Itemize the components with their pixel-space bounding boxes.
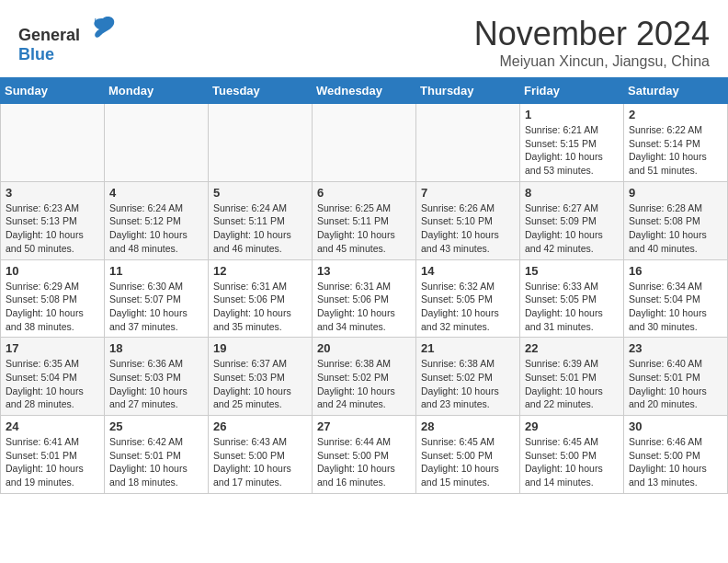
- day-number: 8: [525, 186, 619, 200]
- day-number: 9: [629, 186, 722, 200]
- weekday-header-friday: Friday: [520, 78, 624, 104]
- calendar-day-cell: 21Sunrise: 6:38 AMSunset: 5:02 PMDayligh…: [416, 338, 520, 416]
- calendar-day-cell: 10Sunrise: 6:29 AMSunset: 5:08 PMDayligh…: [1, 259, 105, 338]
- day-info: Sunrise: 6:21 AMSunset: 5:15 PMDaylight:…: [525, 123, 619, 178]
- day-info: Sunrise: 6:24 AMSunset: 5:12 PMDaylight:…: [109, 201, 203, 256]
- day-number: 26: [213, 419, 307, 433]
- calendar-day-cell: 9Sunrise: 6:28 AMSunset: 5:08 PMDaylight…: [624, 181, 728, 259]
- calendar-table: SundayMondayTuesdayWednesdayThursdayFrid…: [0, 77, 728, 494]
- day-number: 15: [525, 264, 619, 278]
- calendar-day-cell: 27Sunrise: 6:44 AMSunset: 5:00 PMDayligh…: [313, 416, 416, 494]
- calendar-day-cell: 15Sunrise: 6:33 AMSunset: 5:05 PMDayligh…: [520, 259, 624, 338]
- calendar-day-cell: 13Sunrise: 6:31 AMSunset: 5:06 PMDayligh…: [313, 259, 416, 338]
- calendar-day-cell: 5Sunrise: 6:24 AMSunset: 5:11 PMDaylight…: [209, 181, 313, 259]
- day-number: 5: [213, 186, 307, 200]
- day-number: 6: [317, 186, 411, 200]
- day-number: 7: [421, 186, 515, 200]
- day-number: 29: [525, 419, 619, 433]
- logo: General Blue: [18, 15, 118, 64]
- day-number: 23: [629, 341, 722, 355]
- day-number: 24: [6, 419, 99, 433]
- logo-bird-icon: [88, 15, 118, 40]
- calendar-day-cell: 26Sunrise: 6:43 AMSunset: 5:00 PMDayligh…: [209, 416, 313, 494]
- logo-general: General: [18, 26, 80, 44]
- calendar-day-cell: 2Sunrise: 6:22 AMSunset: 5:14 PMDaylight…: [624, 104, 728, 182]
- day-info: Sunrise: 6:34 AMSunset: 5:04 PMDaylight:…: [629, 280, 722, 334]
- weekday-header-sunday: Sunday: [1, 78, 105, 104]
- calendar-day-cell: 25Sunrise: 6:42 AMSunset: 5:01 PMDayligh…: [105, 416, 209, 494]
- calendar-day-cell: 17Sunrise: 6:35 AMSunset: 5:04 PMDayligh…: [1, 338, 105, 416]
- logo-text: General: [18, 15, 118, 45]
- calendar-day-cell: [209, 104, 313, 182]
- calendar-day-cell: [1, 104, 105, 182]
- day-number: 17: [6, 341, 99, 355]
- day-info: Sunrise: 6:38 AMSunset: 5:02 PMDaylight:…: [317, 357, 411, 411]
- day-number: 25: [109, 419, 203, 433]
- calendar-day-cell: 11Sunrise: 6:30 AMSunset: 5:07 PMDayligh…: [105, 259, 209, 338]
- day-info: Sunrise: 6:40 AMSunset: 5:01 PMDaylight:…: [629, 357, 722, 411]
- day-number: 12: [213, 264, 307, 278]
- day-number: 30: [629, 419, 722, 433]
- calendar-day-cell: 22Sunrise: 6:39 AMSunset: 5:01 PMDayligh…: [520, 338, 624, 416]
- day-number: 14: [421, 264, 515, 278]
- day-info: Sunrise: 6:25 AMSunset: 5:11 PMDaylight:…: [317, 201, 411, 256]
- day-info: Sunrise: 6:33 AMSunset: 5:05 PMDaylight:…: [525, 280, 619, 334]
- title-block: November 2024 Meiyuan Xincun, Jiangsu, C…: [474, 15, 710, 70]
- day-number: 22: [525, 341, 619, 355]
- day-info: Sunrise: 6:26 AMSunset: 5:10 PMDaylight:…: [421, 201, 515, 256]
- day-number: 20: [317, 341, 411, 355]
- calendar-day-cell: 23Sunrise: 6:40 AMSunset: 5:01 PMDayligh…: [624, 338, 728, 416]
- calendar-day-cell: 1Sunrise: 6:21 AMSunset: 5:15 PMDaylight…: [520, 104, 624, 182]
- day-info: Sunrise: 6:41 AMSunset: 5:01 PMDaylight:…: [6, 435, 99, 489]
- calendar-day-cell: 19Sunrise: 6:37 AMSunset: 5:03 PMDayligh…: [209, 338, 313, 416]
- day-info: Sunrise: 6:45 AMSunset: 5:00 PMDaylight:…: [421, 435, 515, 489]
- weekday-header-monday: Monday: [105, 78, 209, 104]
- location: Meiyuan Xincun, Jiangsu, China: [474, 53, 710, 70]
- day-info: Sunrise: 6:28 AMSunset: 5:08 PMDaylight:…: [629, 201, 722, 256]
- day-number: 16: [629, 264, 722, 278]
- calendar-day-cell: 12Sunrise: 6:31 AMSunset: 5:06 PMDayligh…: [209, 259, 313, 338]
- day-info: Sunrise: 6:27 AMSunset: 5:09 PMDaylight:…: [525, 201, 619, 256]
- day-info: Sunrise: 6:30 AMSunset: 5:07 PMDaylight:…: [109, 280, 203, 334]
- calendar-day-cell: 16Sunrise: 6:34 AMSunset: 5:04 PMDayligh…: [624, 259, 728, 338]
- day-number: 4: [109, 186, 203, 200]
- day-info: Sunrise: 6:38 AMSunset: 5:02 PMDaylight:…: [421, 357, 515, 411]
- calendar-day-cell: [105, 104, 209, 182]
- day-info: Sunrise: 6:22 AMSunset: 5:14 PMDaylight:…: [629, 123, 722, 178]
- calendar-week-row: 1Sunrise: 6:21 AMSunset: 5:15 PMDaylight…: [1, 104, 728, 182]
- day-number: 1: [525, 108, 619, 121]
- day-info: Sunrise: 6:35 AMSunset: 5:04 PMDaylight:…: [6, 357, 99, 411]
- day-number: 28: [421, 419, 515, 433]
- weekday-header-saturday: Saturday: [624, 78, 728, 104]
- day-number: 19: [213, 341, 307, 355]
- calendar-day-cell: 20Sunrise: 6:38 AMSunset: 5:02 PMDayligh…: [313, 338, 416, 416]
- day-info: Sunrise: 6:42 AMSunset: 5:01 PMDaylight:…: [109, 435, 203, 489]
- day-number: 11: [109, 264, 203, 278]
- day-number: 13: [317, 264, 411, 278]
- day-info: Sunrise: 6:45 AMSunset: 5:00 PMDaylight:…: [525, 435, 619, 489]
- calendar-day-cell: 6Sunrise: 6:25 AMSunset: 5:11 PMDaylight…: [313, 181, 416, 259]
- day-number: 2: [629, 108, 722, 121]
- calendar-day-cell: 8Sunrise: 6:27 AMSunset: 5:09 PMDaylight…: [520, 181, 624, 259]
- calendar-week-row: 10Sunrise: 6:29 AMSunset: 5:08 PMDayligh…: [1, 259, 728, 338]
- day-info: Sunrise: 6:46 AMSunset: 5:00 PMDaylight:…: [629, 435, 722, 489]
- page-header: General Blue November 2024 Meiyuan Xincu…: [0, 0, 728, 77]
- calendar-day-cell: 30Sunrise: 6:46 AMSunset: 5:00 PMDayligh…: [624, 416, 728, 494]
- calendar-header-row: SundayMondayTuesdayWednesdayThursdayFrid…: [1, 78, 728, 104]
- weekday-header-thursday: Thursday: [416, 78, 520, 104]
- day-info: Sunrise: 6:31 AMSunset: 5:06 PMDaylight:…: [213, 280, 307, 334]
- calendar-day-cell: 14Sunrise: 6:32 AMSunset: 5:05 PMDayligh…: [416, 259, 520, 338]
- day-number: 18: [109, 341, 203, 355]
- day-number: 21: [421, 341, 515, 355]
- calendar-day-cell: [416, 104, 520, 182]
- calendar-day-cell: 4Sunrise: 6:24 AMSunset: 5:12 PMDaylight…: [105, 181, 209, 259]
- calendar-day-cell: 24Sunrise: 6:41 AMSunset: 5:01 PMDayligh…: [1, 416, 105, 494]
- day-info: Sunrise: 6:31 AMSunset: 5:06 PMDaylight:…: [317, 280, 411, 334]
- day-info: Sunrise: 6:37 AMSunset: 5:03 PMDaylight:…: [213, 357, 307, 411]
- day-info: Sunrise: 6:36 AMSunset: 5:03 PMDaylight:…: [109, 357, 203, 411]
- calendar-day-cell: [313, 104, 416, 182]
- day-info: Sunrise: 6:44 AMSunset: 5:00 PMDaylight:…: [317, 435, 411, 489]
- weekday-header-wednesday: Wednesday: [313, 78, 416, 104]
- calendar-day-cell: 3Sunrise: 6:23 AMSunset: 5:13 PMDaylight…: [1, 181, 105, 259]
- day-number: 10: [6, 264, 99, 278]
